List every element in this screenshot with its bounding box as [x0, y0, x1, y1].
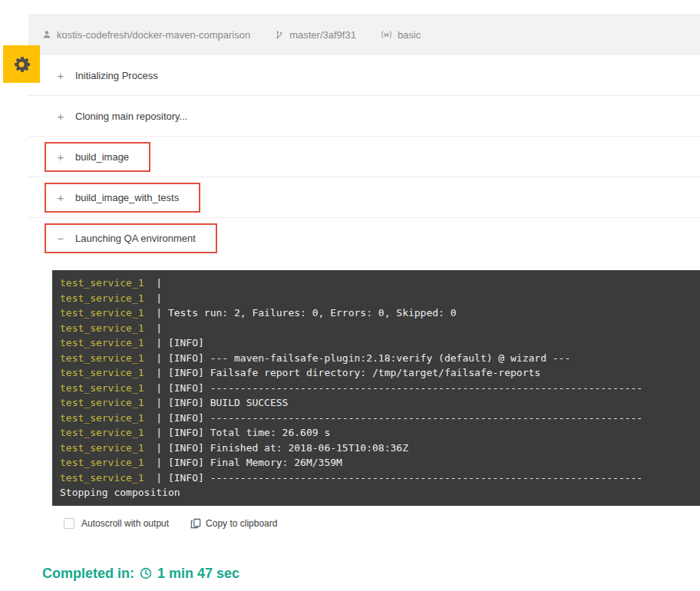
terminal-line: test_service_1 | — [60, 276, 692, 291]
git-branch-icon — [275, 30, 284, 40]
completed-banner: Completed in: 1 min 47 sec — [28, 555, 700, 591]
trigger-name: basic — [398, 29, 421, 41]
trigger-meta: basic — [381, 29, 421, 41]
terminal-line: Stopping composition — [60, 485, 692, 500]
step-label: Initializing Process — [75, 70, 158, 81]
terminal-line: test_service_1 | [INFO] Finished at: 201… — [60, 441, 692, 456]
branch-meta: master/3af9f31 — [275, 29, 356, 41]
step-row[interactable]: + build_image — [28, 137, 700, 177]
autoscroll-checkbox[interactable] — [64, 518, 74, 529]
terminal-line: test_service_1 | — [60, 321, 692, 336]
step-toggle-icon[interactable]: + — [55, 150, 66, 163]
terminal-line: test_service_1 | [INFO] — [60, 335, 692, 351]
step-row[interactable]: + Initializing Process — [28, 55, 700, 96]
copy-icon — [190, 518, 201, 529]
branch-name: master/3af9f31 — [289, 29, 356, 41]
terminal-output[interactable]: test_service_1 | test_service_1 | test_s… — [52, 270, 700, 506]
terminal-line: test_service_1 | [INFO] ----------------… — [60, 470, 692, 486]
terminal-line: test_service_1 | [INFO] Failsafe report … — [60, 365, 692, 381]
terminal-line: test_service_1 | [INFO] Total time: 26.6… — [60, 425, 692, 441]
copy-to-clipboard-button[interactable]: Copy to clipboard — [190, 518, 277, 529]
step-toggle-icon[interactable]: − — [55, 232, 66, 245]
terminal-line: test_service_1 | [INFO] ----------------… — [60, 381, 692, 396]
repo-meta: kostis-codefresh/docker-maven-comparison — [42, 29, 250, 41]
build-header: kostis-codefresh/docker-maven-comparison… — [28, 14, 700, 55]
user-icon — [42, 30, 51, 39]
steps-list: + Initializing Process + Cloning main re… — [28, 55, 700, 529]
completed-label: Completed in: — [42, 566, 134, 582]
autoscroll-option[interactable]: Autoscroll with output — [64, 518, 169, 529]
step-header[interactable]: + build_image — [45, 142, 150, 172]
step-header[interactable]: + Initializing Process — [45, 61, 180, 91]
build-panel: kostis-codefresh/docker-maven-comparison… — [28, 14, 700, 591]
terminal-line: test_service_1 | [INFO] --- maven-failsa… — [60, 351, 692, 366]
settings-button[interactable] — [3, 45, 40, 83]
step-toggle-icon[interactable]: + — [55, 69, 66, 82]
step-label: Cloning main repository... — [75, 111, 187, 122]
step-label: build_image — [75, 151, 129, 163]
terminal-line: test_service_1 | — [60, 291, 692, 306]
step-header[interactable]: + Cloning main repository... — [45, 101, 209, 131]
gear-icon — [11, 54, 32, 75]
step-label: Launching QA environment — [75, 233, 196, 244]
step-header[interactable]: + build_image_with_tests — [45, 183, 200, 213]
repo-name: kostis-codefresh/docker-maven-comparison — [57, 29, 250, 41]
step-label: build_image_with_tests — [75, 192, 179, 203]
copy-label: Copy to clipboard — [206, 518, 277, 529]
terminal-line: test_service_1 | [INFO] ----------------… — [60, 411, 692, 426]
step-toggle-icon[interactable]: + — [55, 191, 66, 204]
step-header[interactable]: − Launching QA environment — [45, 223, 217, 253]
trigger-icon — [381, 30, 392, 39]
terminal-line: test_service_1 | [INFO] BUILD SUCCESS — [60, 395, 692, 411]
step-row[interactable]: − Launching QA environment — [28, 218, 700, 259]
log-footer: Autoscroll with output Copy to clipboard — [64, 518, 700, 529]
step-row[interactable]: + Cloning main repository... — [28, 96, 700, 137]
terminal-line: test_service_1 | [INFO] Final Memory: 26… — [60, 455, 692, 470]
clock-icon — [140, 567, 152, 579]
terminal-line: test_service_1 | Tests run: 2, Failures:… — [60, 305, 692, 321]
completed-duration: 1 min 47 sec — [157, 566, 239, 582]
step-toggle-icon[interactable]: + — [55, 110, 66, 123]
autoscroll-label: Autoscroll with output — [81, 518, 169, 529]
step-row[interactable]: + build_image_with_tests — [28, 177, 700, 218]
log-panel: test_service_1 | test_service_1 | test_s… — [28, 270, 700, 529]
